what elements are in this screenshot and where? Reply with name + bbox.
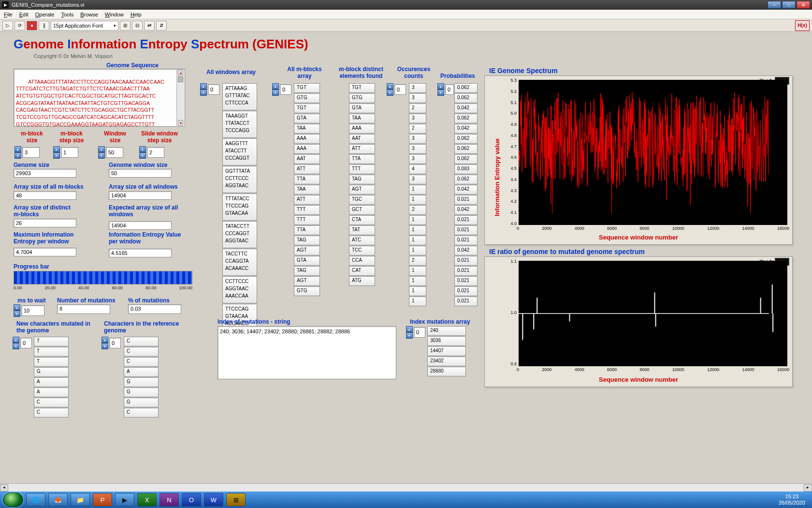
taskbar-outlook-icon[interactable]: O bbox=[182, 493, 201, 507]
taskbar-onenote-icon[interactable]: N bbox=[160, 493, 179, 507]
mblock-step-control[interactable]: ▴▾1 bbox=[53, 146, 78, 159]
list-item: C bbox=[124, 408, 159, 418]
all-mblocks-label: All m-blocks array bbox=[280, 66, 329, 79]
menu-operate[interactable]: Operate bbox=[35, 12, 55, 17]
probabilities-index[interactable]: ▴▾0 bbox=[437, 83, 454, 96]
font-selector[interactable]: 15pt Application Font bbox=[51, 21, 118, 30]
list-item: 240 bbox=[427, 326, 466, 336]
pause-button[interactable]: ∥ bbox=[39, 21, 49, 30]
new-chars-label: New characters mutated in the genome bbox=[16, 320, 99, 334]
all-windows-index[interactable]: ▴▾0 bbox=[200, 83, 219, 96]
sequence-scrollbar[interactable]: ▴ ▾ bbox=[176, 70, 184, 126]
hscroll-left-icon[interactable]: ◂ bbox=[0, 484, 8, 492]
taskbar-media-icon[interactable]: ▶ bbox=[115, 493, 134, 507]
mblock-size-control[interactable]: ▴▾3 bbox=[14, 146, 40, 159]
window-title: GENIS_Compare_mutations.vi bbox=[12, 2, 84, 8]
vi-icon[interactable]: H(x) bbox=[795, 20, 810, 31]
chart1-svg bbox=[519, 80, 787, 225]
pct-mut-label: % of mutations bbox=[128, 297, 170, 304]
minimize-button[interactable]: ─ bbox=[768, 1, 781, 9]
list-item: A bbox=[124, 367, 159, 377]
genome-sequence-display[interactable]: ATTAAAGGTTTATACCTTCCCAGGTAACAAACCAACCAAC… bbox=[14, 69, 185, 127]
list-item: TAA bbox=[294, 185, 320, 194]
panel-hscrollbar[interactable]: ◂ ▸ bbox=[0, 483, 812, 492]
menu-file[interactable]: File bbox=[4, 12, 13, 17]
window-title-bar: ▶ GENIS_Compare_mutations.vi ─ □ ✕ bbox=[0, 0, 812, 10]
align-button[interactable]: ⊞ bbox=[120, 21, 130, 30]
close-button[interactable]: ✕ bbox=[797, 1, 810, 9]
run-continuous-button[interactable]: ⟳ bbox=[14, 21, 25, 30]
idx-mut-str-value[interactable]: 240; 3036; 14407; 23402; 28880; 28881; 2… bbox=[218, 326, 396, 379]
chart1[interactable]: Plot 0 Information Entropy value 5.35.25… bbox=[484, 75, 793, 245]
slide-step-control[interactable]: ▴▾2 bbox=[139, 146, 164, 159]
list-item: 1 bbox=[409, 297, 426, 306]
scroll-down-icon[interactable]: ▾ bbox=[178, 120, 183, 126]
occurrences-index[interactable]: ▴▾0 bbox=[387, 83, 406, 96]
chart2[interactable]: Plot 0 1.11.00.9 02000400060008000100001… bbox=[484, 256, 793, 387]
all-windows-array: ATTAAAG GTTTATAC CTTCCCATAAAGGT TTATACCT… bbox=[222, 83, 257, 359]
app-title: Genome Information Entropy Spectrum (GEN… bbox=[14, 37, 308, 52]
list-item: AAA bbox=[294, 144, 320, 154]
list-item: 3 bbox=[409, 114, 426, 123]
idx-mut-arr-index[interactable]: ▴▾0 bbox=[406, 326, 425, 339]
list-item: 0.021 bbox=[454, 215, 478, 225]
new-chars-index[interactable]: ▴▾0 bbox=[13, 337, 32, 349]
start-button[interactable] bbox=[3, 493, 23, 507]
arr-windows-value: 14904 bbox=[109, 191, 172, 200]
taskbar-labview-icon[interactable]: ⊞ bbox=[226, 493, 246, 507]
scroll-up-icon[interactable]: ▴ bbox=[178, 70, 183, 75]
list-item: TGC bbox=[349, 195, 375, 205]
maximize-button[interactable]: □ bbox=[782, 1, 796, 9]
list-item: 0.083 bbox=[454, 164, 478, 174]
list-item: 3 bbox=[409, 144, 426, 154]
list-item: 3 bbox=[409, 83, 426, 93]
list-item: AAT bbox=[349, 134, 375, 144]
run-button[interactable]: ▷ bbox=[2, 21, 13, 30]
menu-edit[interactable]: Edit bbox=[19, 12, 29, 17]
abort-button[interactable]: ● bbox=[27, 21, 37, 30]
list-item: GTG bbox=[349, 93, 375, 103]
distribute-button[interactable]: ⊟ bbox=[132, 21, 143, 30]
menu-window[interactable]: Window bbox=[105, 12, 124, 17]
ms-wait-control[interactable]: ▴▾10 bbox=[14, 304, 44, 317]
ie-per-window-value: 4.5165 bbox=[109, 249, 172, 257]
list-item: TAT bbox=[349, 225, 375, 235]
ref-chars-label: Characters in the reference genome bbox=[104, 320, 181, 334]
list-item: ATT bbox=[349, 144, 375, 154]
chart2-plot[interactable] bbox=[519, 261, 787, 366]
list-item: GTA bbox=[294, 256, 320, 266]
list-item: 0.021 bbox=[454, 297, 478, 306]
chart2-xticks: 0200040006000800010000120001400016000 bbox=[517, 367, 789, 372]
list-item: 1 bbox=[409, 266, 426, 276]
list-item: GTG bbox=[294, 286, 320, 296]
ref-chars-index[interactable]: ▴▾0 bbox=[102, 337, 121, 349]
idx-mut-str-label: Index of mutations - string bbox=[218, 318, 290, 325]
taskbar-clock[interactable]: 15:23 26/05/2020 bbox=[779, 493, 809, 506]
slide-step-label: Slide window step size bbox=[138, 130, 181, 144]
taskbar-excel-icon[interactable]: X bbox=[137, 493, 157, 507]
resize-button[interactable]: ⇄ bbox=[144, 21, 155, 30]
taskbar-explorer-icon[interactable]: 📁 bbox=[71, 493, 90, 507]
progress-ticks: 0.0020.0040.0060.0080.00100.00 bbox=[14, 285, 192, 290]
list-item: TGT bbox=[349, 83, 375, 93]
taskbar-ie-icon[interactable]: 🌐 bbox=[26, 493, 45, 507]
all-mblocks-index[interactable]: ▴▾0 bbox=[272, 83, 291, 96]
reorder-button[interactable]: ⇵ bbox=[156, 21, 167, 30]
hscroll-right-icon[interactable]: ▸ bbox=[804, 484, 812, 492]
num-mut-label: Number of mutations bbox=[57, 297, 116, 304]
menu-help[interactable]: Help bbox=[130, 12, 142, 17]
taskbar-powerpoint-icon[interactable]: P bbox=[93, 493, 112, 507]
chart1-plot[interactable] bbox=[519, 80, 787, 225]
arr-windows-label: Array size of all windows bbox=[109, 183, 178, 190]
list-item: TTT bbox=[294, 215, 320, 225]
window-size-control[interactable]: ▴▾50 bbox=[98, 146, 123, 159]
menu-tools[interactable]: Tools bbox=[61, 12, 73, 17]
taskbar-firefox-icon[interactable]: 🦊 bbox=[48, 493, 68, 507]
list-item: C bbox=[34, 398, 69, 407]
list-item: 0.062 bbox=[454, 83, 478, 93]
list-item: AAGGTTT ATACCTT CCCAGGT bbox=[222, 138, 257, 165]
taskbar-word-icon[interactable]: W bbox=[204, 493, 223, 507]
menu-browse[interactable]: Browse bbox=[80, 12, 98, 17]
list-item: TAAAGGT TTATACCT TCCCAGG bbox=[222, 111, 257, 138]
scroll-thumb[interactable] bbox=[178, 76, 183, 82]
